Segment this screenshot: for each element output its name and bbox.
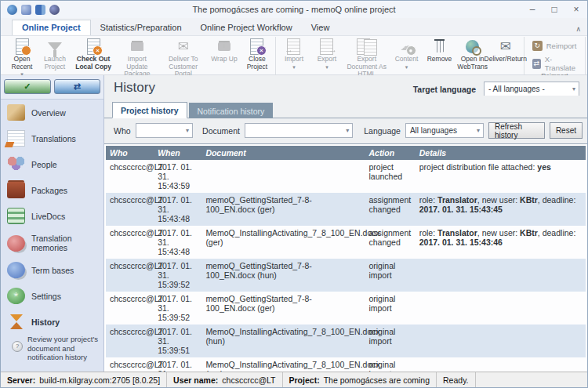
maximize-button[interactable]: □ bbox=[543, 2, 565, 17]
sync-button[interactable]: ⇄ bbox=[54, 79, 101, 94]
close-button[interactable]: × bbox=[565, 2, 587, 17]
translations-icon bbox=[7, 130, 25, 147]
deliver-return-button[interactable]: ✉Deliver/Return bbox=[489, 37, 522, 63]
reimport-button: ↻Reimport bbox=[532, 41, 577, 51]
cell-document: memoQ_GettingStarted_7-8-100_EN.docx (hu… bbox=[201, 259, 365, 292]
close-project-button[interactable]: ×Close Project bbox=[241, 37, 274, 71]
column-header-who: Who bbox=[106, 146, 154, 160]
cell-when: 2017. 01. 31. 15:43:48 bbox=[154, 193, 201, 226]
sidebar-item-people[interactable]: People bbox=[1, 151, 103, 177]
status-bar: Server:build-m.kilgray.com:2705 [8.0.25]… bbox=[1, 372, 587, 387]
cell-document bbox=[201, 160, 365, 193]
document-select[interactable]: ▾ bbox=[245, 123, 353, 138]
deliver-to-customer-portal-button: ✉Deliver To Customer Portal bbox=[159, 37, 208, 78]
chevron-down-icon: ▾ bbox=[325, 63, 328, 71]
cell-action: original import bbox=[365, 292, 415, 325]
sidebar-item-livedocs[interactable]: LiveDocs bbox=[1, 203, 103, 229]
sidebar-item-settings[interactable]: *Settings bbox=[1, 283, 103, 309]
reimport-icon: ↻ bbox=[532, 41, 543, 51]
tab-project-history[interactable]: Project history bbox=[112, 102, 187, 118]
content-button: ☁●Content▾ bbox=[390, 37, 423, 71]
close-project-icon: × bbox=[247, 38, 267, 55]
filter-row: Who ▾ Document ▾ Language All languages … bbox=[104, 118, 587, 144]
project-list-icon[interactable] bbox=[35, 5, 45, 15]
minimize-button[interactable]: – bbox=[521, 2, 543, 17]
people-icon bbox=[7, 156, 25, 172]
sidebar-item-label: Overview bbox=[31, 108, 66, 118]
server-value: build-m.kilgray.com:2705 [8.0.25] bbox=[39, 375, 160, 385]
server-settings-icon[interactable] bbox=[49, 5, 60, 15]
cell-details: role: Translator, new user: KBtr, deadli… bbox=[416, 226, 586, 259]
sidebar-item-term-bases[interactable]: Term bases bbox=[1, 257, 103, 283]
tab-statistics-preparation[interactable]: Statistics/Preparation bbox=[91, 20, 191, 35]
remove-button[interactable]: Remove bbox=[423, 37, 456, 63]
export-button: →Export▾ bbox=[310, 37, 343, 71]
user-name-value: chcsccrcc@LT bbox=[222, 375, 275, 385]
history-description: ?Review your project's document and noti… bbox=[1, 335, 103, 367]
sidebar-item-overview[interactable]: Overview bbox=[1, 100, 103, 125]
open-recent-button[interactable]: Open Recent▾ bbox=[5, 37, 38, 78]
history-table: WhoWhenDocumentActionDetails chcsccrcc@L… bbox=[104, 144, 587, 372]
chevron-down-icon: ▾ bbox=[405, 63, 408, 71]
sidebar-item-label: Translations bbox=[31, 134, 76, 143]
who-select[interactable]: ▾ bbox=[136, 123, 193, 138]
confirm-button[interactable]: ✓ bbox=[4, 79, 51, 94]
tab-view[interactable]: View bbox=[302, 20, 339, 35]
server-label: Server: bbox=[7, 375, 35, 385]
sidebar-item-label: People bbox=[31, 160, 57, 169]
cell-who: chcsccrcc@LT bbox=[106, 226, 154, 259]
table-row: chcsccrcc@LT2017. 01. 31. 15:39:51MemoQ_… bbox=[106, 357, 586, 372]
sidebar-item-translation-memories[interactable]: Translation memories bbox=[1, 229, 103, 257]
table-body: chcsccrcc@LT2017. 01. 31. 15:43:59projec… bbox=[106, 160, 586, 372]
open-in-webtrans-button[interactable]: Open in WebTrans bbox=[456, 37, 489, 71]
column-header-action: Action bbox=[365, 146, 415, 160]
history-icon bbox=[7, 314, 25, 330]
chevron-down-icon: ▾ bbox=[474, 127, 483, 134]
ribbon-group-manage-project: Open Recent▾Launch Project×Check Out Loc… bbox=[4, 37, 276, 74]
cell-details bbox=[416, 292, 586, 325]
ribbon: Open Recent▾Launch Project×Check Out Loc… bbox=[1, 36, 587, 75]
import-button: →Import▾ bbox=[278, 37, 310, 71]
open-recent-icon bbox=[12, 38, 32, 55]
cell-who: chcsccrcc@LT bbox=[106, 292, 154, 325]
cell-document: memoQ_GettingStarted_7-8-100_EN.docx (ge… bbox=[201, 193, 365, 226]
cell-action: original import bbox=[365, 325, 415, 357]
sidebar-item-history[interactable]: History bbox=[1, 309, 103, 335]
reset-button[interactable]: Reset bbox=[550, 122, 583, 139]
check-out-local-copy-button[interactable]: ×Check Out Local Copy bbox=[71, 37, 115, 71]
tab-online-project-workflow[interactable]: Online Project Workflow bbox=[191, 20, 302, 35]
cell-action: assignment changed bbox=[365, 193, 415, 226]
target-language-label: Target language bbox=[413, 85, 476, 94]
cell-when: 2017. 01. 31. 15:39:51 bbox=[154, 325, 201, 357]
sidebar-item-label: LiveDocs bbox=[31, 212, 65, 221]
column-header-document: Document bbox=[201, 146, 365, 160]
sidebar-item-translations[interactable]: Translations bbox=[1, 125, 103, 151]
refresh-history-button[interactable]: Refresh history bbox=[488, 122, 545, 139]
tab-online-project[interactable]: Online Project bbox=[12, 20, 91, 35]
cell-document: MemoQ_InstallingActivating_7_8_100_EN.do… bbox=[201, 226, 365, 259]
collapse-ribbon-icon[interactable]: ∧ bbox=[575, 25, 581, 33]
memoq-logo-icon[interactable] bbox=[7, 5, 17, 15]
launch-project-button: Launch Project bbox=[38, 37, 71, 71]
sidebar-item-label: History bbox=[31, 317, 60, 327]
people-settings-icon[interactable] bbox=[21, 5, 31, 15]
settings-icon: * bbox=[7, 288, 25, 304]
target-language-select[interactable]: - All languages - ▾ bbox=[484, 82, 579, 96]
x-translate-button: ⇄X-Translate bbox=[532, 55, 577, 72]
cell-action: original import bbox=[365, 259, 415, 292]
packages-icon bbox=[7, 182, 25, 198]
language-select[interactable]: All languages ▾ bbox=[405, 123, 484, 138]
table-row: chcsccrcc@LT2017. 01. 31. 15:39:52memoQ_… bbox=[106, 292, 586, 325]
overview-icon bbox=[7, 104, 25, 121]
sidebar-item-label: Translation memories bbox=[31, 234, 99, 252]
remove-icon bbox=[430, 38, 450, 55]
project-label: Project: bbox=[289, 375, 320, 385]
memoq-online-project-window: The pomogácses are coming - memoQ online… bbox=[0, 0, 588, 388]
cell-when: 2017. 01. 31. 15:39:52 bbox=[154, 292, 201, 325]
cell-when: 2017. 01. 31. 15:43:48 bbox=[154, 226, 201, 259]
sidebar-item-packages[interactable]: Packages bbox=[1, 177, 103, 203]
tab-notification-history[interactable]: Notification history bbox=[189, 103, 274, 118]
language-label: Language bbox=[364, 126, 401, 136]
cell-document: MemoQ_InstallingActivating_7_8_100_EN.do… bbox=[201, 325, 365, 357]
sidebar-item-label: Term bases bbox=[31, 266, 74, 275]
